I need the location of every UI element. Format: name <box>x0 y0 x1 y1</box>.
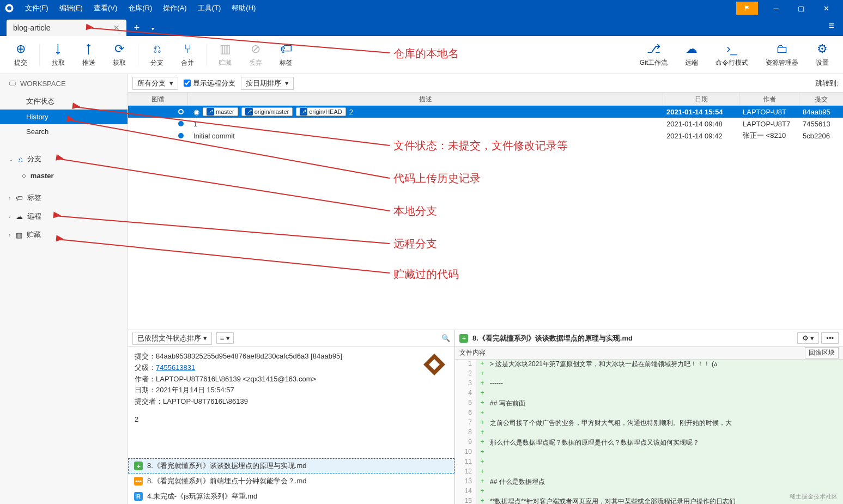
file-sort-combo[interactable]: 已依照文件状态排序 ▾ <box>132 332 212 345</box>
sidebar-search[interactable]: Search <box>0 124 128 139</box>
notification-flag-icon[interactable] <box>736 2 758 15</box>
show-remote-checkbox[interactable]: 显示远程分支 <box>184 78 235 88</box>
file-name: 8.《看完就懂系列》前端埋点十分钟就能学会？.md <box>147 476 307 486</box>
diff-filename: 8.《看完就懂系列》谈谈数据埋点的原理与实现.md <box>472 333 633 343</box>
diff-settings-button[interactable]: ⚙ ▾ <box>797 332 820 344</box>
branch-filter-combo[interactable]: 所有分支 ▾ <box>132 77 178 90</box>
terminal-button[interactable]: ›_命令行模式 <box>707 42 757 68</box>
menu-bar: 文件(F) 编辑(E) 查看(V) 仓库(R) 操作(A) 工具(T) 帮助(H… <box>0 0 843 16</box>
parent-hash-link[interactable]: 7455613831 <box>156 363 195 372</box>
diff-line: 12+ <box>455 467 843 477</box>
stash-button[interactable]: ▥贮藏 <box>210 42 240 68</box>
commit-dot-icon <box>178 109 184 114</box>
file-row[interactable]: R4.未完成-《js玩算法系列》举重.md <box>128 489 454 504</box>
workspace-section: 🖵 WORKSPACE <box>0 74 128 93</box>
menu-help[interactable]: 帮助(H) <box>226 3 261 13</box>
menu-actions[interactable]: 操作(A) <box>157 3 192 13</box>
col-desc[interactable]: 描述 <box>188 93 663 105</box>
diff-line: 6+ <box>455 409 843 418</box>
commit-detail-pane: 已依照文件状态排序 ▾ ≡ ▾ 🔍 提交：84aab9538325255d95e… <box>128 330 455 504</box>
menu-tools[interactable]: 工具(T) <box>192 3 227 13</box>
diff-line: 13+## 什么是数据埋点 <box>455 477 843 487</box>
committer-value: LAPTOP-U8T7616L\86139 <box>163 397 248 405</box>
menu-repo[interactable]: 仓库(R) <box>123 3 157 13</box>
diff-line: 7+之前公司接了个做广告的业务，甲方财大气粗，沟通也特别顺利。刚开始的时候，大 <box>455 418 843 428</box>
sidebar-stashes-group[interactable]: › ▥ 贮藏 <box>0 226 128 244</box>
file-added-icon: ＋ <box>134 462 143 470</box>
sidebar-tags-group[interactable]: › 🏷 标签 <box>0 189 128 207</box>
chevron-right-icon: › <box>9 232 10 238</box>
fetch-button[interactable]: ⟳获取 <box>104 42 135 68</box>
menu-file[interactable]: 文件(F) <box>20 3 54 13</box>
pull-button[interactable]: ⭣拉取 <box>43 42 74 68</box>
close-button[interactable]: ✕ <box>814 0 839 16</box>
repo-tab[interactable]: blog-article ✕ <box>7 20 126 36</box>
chevron-right-icon: › <box>9 214 10 220</box>
watermark: 稀土掘金技术社区 <box>790 493 838 501</box>
file-row[interactable]: •••8.《看完就懂系列》前端埋点十分钟就能学会？.md <box>128 473 454 489</box>
commit-message-cell: 1 <box>193 120 197 128</box>
monitor-icon: 🖵 <box>9 80 16 88</box>
remote-button[interactable]: ☁远端 <box>676 42 707 68</box>
file-name: 8.《看完就懂系列》谈谈数据埋点的原理与实现.md <box>147 461 307 471</box>
commit-row[interactable]: 12021-01-14 09:48LAPTOP-U8T77455613 <box>128 118 843 130</box>
commit-date-cell: 2021-01-14 15:54 <box>663 108 739 116</box>
settings-button[interactable]: ⚙设置 <box>807 42 838 68</box>
branch-master[interactable]: ○ master <box>0 168 128 183</box>
commit-dot-icon <box>178 133 184 138</box>
push-button[interactable]: ⭡推送 <box>74 42 104 68</box>
branch-badge[interactable]: ⎇origin/HEAD <box>296 107 346 116</box>
commit-hash: 84aab9538325255d95e4876aef8d230cafc5d6a3… <box>156 352 342 360</box>
avatar-icon <box>421 351 448 378</box>
changed-files-list: ＋8.《看完就懂系列》谈谈数据埋点的原理与实现.md•••8.《看完就懂系列》前… <box>128 458 454 504</box>
file-modified-icon: ••• <box>134 477 143 485</box>
merge-button[interactable]: ⑂合并 <box>172 42 203 68</box>
list-view-button[interactable]: ≡ ▾ <box>216 332 234 344</box>
commit-button[interactable]: ⊕提交 <box>5 42 36 68</box>
gitflow-button[interactable]: ⎇Git工作流 <box>631 42 676 68</box>
menu-view[interactable]: 查看(V) <box>88 3 123 13</box>
sidebar-branches-group[interactable]: ⌄ ⎌ 分支 <box>0 150 128 168</box>
explorer-button[interactable]: 🗀资源管理器 <box>757 42 807 68</box>
minimize-button[interactable]: ─ <box>763 0 789 16</box>
sidebar-file-status[interactable]: 文件状态 <box>0 93 128 110</box>
sidebar: 🖵 WORKSPACE 文件状态 History Search ⌄ ⎌ 分支 ○… <box>0 74 128 504</box>
commit-message: 2 <box>135 414 448 426</box>
sort-combo[interactable]: 按日期排序 ▾ <box>241 77 294 90</box>
revert-hunk-button[interactable]: 回滚区块 <box>805 347 839 359</box>
menu-edit[interactable]: 编辑(E) <box>54 3 88 13</box>
search-icon[interactable]: 🔍 <box>441 334 450 342</box>
diff-line: 5+## 写在前面 <box>455 399 843 409</box>
hamburger-menu-icon[interactable]: ≡ <box>820 16 843 36</box>
branch-button[interactable]: ⎌分支 <box>142 42 172 68</box>
toolbar: ⊕提交 ⭣拉取 ⭡推送 ⟳获取 ⎌分支 ⑂合并 ▥贮藏 ⊘丢弃 🏷标签 ⎇Git… <box>0 36 843 74</box>
maximize-button[interactable]: ▢ <box>789 0 814 16</box>
diff-line: 3+------ <box>455 379 843 389</box>
diff-content[interactable]: 1+> 这是大冰块2021年第7篇原创文章，和大冰块一起在前端领域努力吧！！！ … <box>455 360 843 504</box>
sidebar-history[interactable]: History <box>0 110 128 124</box>
sidebar-remotes-group[interactable]: › ☁ 远程 <box>0 207 128 226</box>
commits-list: ◉⎇master⎇origin/master⎇origin/HEAD22021-… <box>128 106 843 142</box>
current-branch-dot-icon: ○ <box>22 172 26 180</box>
commit-author-cell: 张正一 <8210 <box>739 131 799 141</box>
commit-row[interactable]: Initial commit2021-01-14 09:42张正一 <82105… <box>128 130 843 142</box>
commit-row[interactable]: ◉⎇master⎇origin/master⎇origin/HEAD22021-… <box>128 106 843 118</box>
branch-badge[interactable]: ⎇origin/master <box>241 107 293 116</box>
tab-dropdown-icon[interactable]: ▾ <box>147 21 159 36</box>
tab-close-icon[interactable]: ✕ <box>113 23 120 32</box>
tab-add-button[interactable]: + <box>129 20 145 36</box>
col-author[interactable]: 作者 <box>739 93 799 105</box>
col-date[interactable]: 日期 <box>663 93 739 105</box>
tag-button[interactable]: 🏷标签 <box>271 42 301 68</box>
file-row[interactable]: ＋8.《看完就懂系列》谈谈数据埋点的原理与实现.md <box>128 458 454 473</box>
file-added-icon: ＋ <box>459 334 468 343</box>
diff-more-button[interactable]: ••• <box>821 332 839 344</box>
discard-button[interactable]: ⊘丢弃 <box>240 42 271 68</box>
author-value: LAPTOP-U8T7616L\86139 <zqx31415@163.com> <box>156 375 316 383</box>
branch-badge[interactable]: ⎇master <box>203 107 238 116</box>
diff-line: 2+ <box>455 369 843 379</box>
col-graph[interactable]: 图谱 <box>128 93 188 105</box>
col-commit[interactable]: 提交 <box>799 93 843 105</box>
branch-icon: ⎌ <box>19 155 23 163</box>
diff-line: 14+ <box>455 487 843 497</box>
